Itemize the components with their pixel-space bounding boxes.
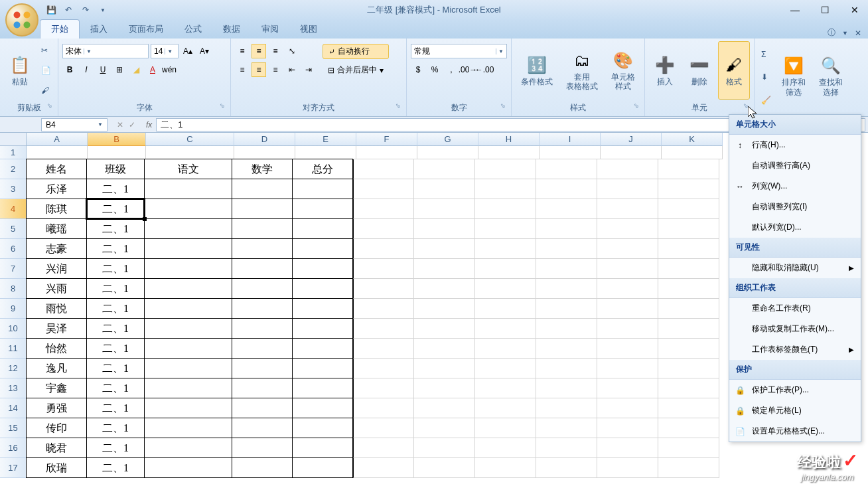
dd-item[interactable]: ↔列宽(W)...: [729, 176, 861, 197]
row-head-9[interactable]: 9: [0, 299, 27, 319]
cell-B16[interactable]: 二、1: [86, 438, 145, 458]
cell-K17[interactable]: [658, 458, 719, 478]
shrink-font-icon[interactable]: A▾: [197, 44, 212, 58]
cell-I9[interactable]: [536, 299, 597, 319]
underline-button[interactable]: U: [96, 62, 110, 77]
dd-item[interactable]: 重命名工作表(R): [729, 298, 861, 319]
fill-icon[interactable]: ⬇: [759, 71, 774, 83]
cell-C11[interactable]: [144, 338, 232, 359]
cell-A1[interactable]: [27, 146, 88, 159]
align-right-icon[interactable]: ≡: [268, 62, 283, 77]
cell-H2[interactable]: [475, 159, 536, 179]
cell-G15[interactable]: [414, 418, 475, 438]
cell-B17[interactable]: 二、1: [86, 457, 145, 478]
cell-I6[interactable]: [536, 239, 597, 259]
cell-G12[interactable]: [414, 359, 475, 378]
cell-E7[interactable]: [292, 258, 353, 279]
cell-I2[interactable]: [536, 159, 597, 179]
cell-H6[interactable]: [475, 239, 536, 259]
row-head-2[interactable]: 2: [0, 159, 27, 179]
cell-G4[interactable]: [414, 199, 475, 219]
cell-C6[interactable]: [144, 238, 232, 259]
cell-J3[interactable]: [597, 179, 658, 199]
cell-I10[interactable]: [536, 319, 597, 339]
cell-J17[interactable]: [597, 458, 658, 478]
cell-K1[interactable]: [662, 146, 723, 159]
cell-H7[interactable]: [475, 259, 536, 279]
cell-D4[interactable]: [232, 199, 293, 219]
currency-icon[interactable]: $: [411, 62, 425, 77]
cell-H15[interactable]: [475, 418, 536, 438]
grow-font-icon[interactable]: A▴: [181, 44, 195, 58]
cell-E16[interactable]: [292, 438, 353, 458]
conditional-format-button[interactable]: 🔢 条件格式: [516, 41, 558, 100]
cell-B12[interactable]: 二、1: [86, 358, 145, 378]
doc-close-icon[interactable]: ✕: [855, 29, 861, 38]
cell-B3[interactable]: 二、1: [86, 179, 145, 199]
cell-F14[interactable]: [353, 398, 414, 418]
cell-K15[interactable]: [658, 418, 719, 438]
cell-K10[interactable]: [658, 319, 719, 339]
cell-B11[interactable]: 二、1: [86, 338, 145, 359]
cell-C9[interactable]: [144, 298, 232, 319]
cell-G5[interactable]: [414, 219, 475, 239]
dd-item[interactable]: 默认列宽(D)...: [729, 217, 861, 238]
row-head-13[interactable]: 13: [0, 378, 27, 398]
cell-A17[interactable]: 欣瑞: [26, 457, 87, 478]
format-painter-icon[interactable]: 🖌: [38, 84, 54, 96]
cell-E4[interactable]: [292, 199, 353, 219]
cell-F1[interactable]: [356, 146, 417, 159]
row-head-5[interactable]: 5: [0, 219, 27, 239]
fx-icon[interactable]: fx: [142, 120, 156, 129]
col-head-F[interactable]: F: [356, 133, 417, 146]
row-head-3[interactable]: 3: [0, 179, 27, 199]
cancel-formula-icon[interactable]: ✕: [117, 120, 123, 129]
cell-D11[interactable]: [232, 338, 293, 359]
cell-C12[interactable]: [144, 358, 232, 378]
cell-G2[interactable]: [414, 159, 475, 179]
cell-E13[interactable]: [292, 378, 353, 398]
cell-G17[interactable]: [414, 458, 475, 478]
cell-E3[interactable]: [292, 179, 353, 199]
cell-C4[interactable]: [144, 199, 232, 219]
cell-H5[interactable]: [475, 219, 536, 239]
cell-D12[interactable]: [232, 358, 293, 378]
cell-E2[interactable]: 总分: [292, 159, 353, 179]
cell-E8[interactable]: [292, 278, 353, 299]
cell-B14[interactable]: 二、1: [86, 398, 145, 418]
row-head-4[interactable]: 4: [0, 199, 27, 219]
cell-A3[interactable]: 乐泽: [26, 179, 87, 199]
cell-C2[interactable]: 语文: [144, 159, 232, 179]
cell-G16[interactable]: [414, 438, 475, 458]
cell-E17[interactable]: [292, 457, 353, 478]
dd-item[interactable]: 📄设置单元格格式(E)...: [729, 421, 861, 442]
cell-C8[interactable]: [144, 278, 232, 299]
cell-G11[interactable]: [414, 339, 475, 359]
delete-button[interactable]: ➖ 删除: [684, 41, 715, 100]
cell-D13[interactable]: [232, 378, 293, 398]
copy-icon[interactable]: 📄: [38, 64, 54, 76]
cell-K14[interactable]: [658, 398, 719, 418]
cell-D7[interactable]: [232, 258, 293, 279]
cell-E10[interactable]: [292, 318, 353, 339]
cell-A8[interactable]: 兴雨: [26, 278, 87, 299]
insert-button[interactable]: ➕ 插入: [649, 41, 681, 100]
maximize-button[interactable]: ☐: [815, 3, 835, 17]
cell-H8[interactable]: [475, 279, 536, 299]
col-head-I[interactable]: I: [540, 133, 601, 146]
col-head-C[interactable]: C: [146, 133, 234, 146]
cell-I1[interactable]: [540, 146, 601, 159]
cell-F16[interactable]: [353, 438, 414, 458]
cell-J4[interactable]: [597, 199, 658, 219]
qat-dropdown-icon[interactable]: ▼: [97, 4, 109, 16]
cell-K16[interactable]: [658, 438, 719, 458]
row-head-7[interactable]: 7: [0, 259, 27, 279]
cell-I4[interactable]: [536, 199, 597, 219]
cell-I16[interactable]: [536, 438, 597, 458]
cell-D6[interactable]: [232, 238, 293, 259]
minimize-button[interactable]: —: [785, 3, 805, 17]
enter-formula-icon[interactable]: ✓: [129, 120, 135, 129]
orientation-icon[interactable]: ⤡: [285, 44, 299, 58]
align-left-icon[interactable]: ≡: [235, 62, 250, 77]
clear-icon[interactable]: 🧹: [759, 94, 774, 106]
